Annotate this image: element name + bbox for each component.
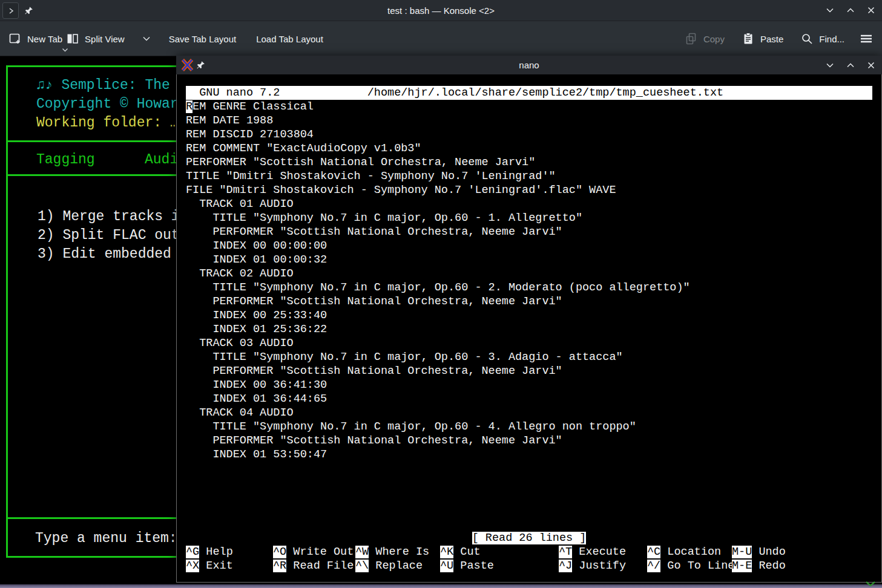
chevron-up-icon [844, 59, 857, 71]
paste-label: Paste [760, 34, 783, 44]
copy-label: Copy [703, 34, 725, 44]
paste-icon [742, 32, 755, 45]
semplice-title-line: ♫♪ Semplice: The [36, 76, 170, 95]
window-title: test : bash — Konsole <2> [0, 0, 882, 21]
nano-shortcut: ^J Justify [559, 559, 626, 573]
close-icon [865, 59, 877, 71]
hamburger-icon [859, 32, 874, 45]
nano-titlebar[interactable]: nano [176, 56, 882, 74]
nano-shortcut: ^K Cut [440, 545, 481, 559]
semplice-working-folder-line: Working folder: … [36, 114, 179, 132]
minimize-button[interactable] [824, 4, 836, 16]
copy-icon [685, 32, 698, 45]
nano-buffer[interactable]: REM GENRE Classical REM DATE 1988 REM DI… [186, 100, 690, 462]
find-label: Find... [819, 34, 844, 44]
konsole-toolbar: New Tab Split View Save Tab Layout Load … [0, 21, 882, 56]
chevron-up-icon [844, 4, 857, 16]
find-button[interactable]: Find... [800, 32, 844, 45]
nano-shortcut: ^C Location [647, 545, 721, 559]
save-tab-layout-label: Save Tab Layout [169, 34, 236, 44]
close-button[interactable] [865, 4, 877, 16]
semplice-menu-item[interactable]: 2) Split FLAC out [38, 226, 180, 245]
close-icon [865, 4, 877, 16]
chevron-down-icon [62, 48, 68, 53]
nano-shortcut: ^O Write Out [273, 545, 354, 559]
panel-chevron-icon [864, 581, 877, 587]
nano-shortcut: M-U Undo [732, 545, 786, 559]
maximize-button[interactable] [844, 59, 857, 71]
nano-shortcut: ^X Exit [186, 559, 233, 573]
nano-shortcut: ^G Help [186, 545, 233, 559]
search-icon [800, 32, 814, 45]
menu-button[interactable] [859, 32, 874, 45]
split-view-button[interactable]: Split View [66, 32, 151, 45]
minimize-button[interactable] [824, 59, 836, 71]
maximize-button[interactable] [844, 4, 857, 16]
load-tab-layout-label: Load Tab Layout [256, 34, 323, 44]
nano-shortcut: ^U Paste [440, 559, 494, 573]
chevron-down-icon [824, 59, 836, 71]
screen: test : bash — Konsole <2> New Tab [0, 0, 882, 588]
nano-window-title: nano [176, 56, 882, 74]
paste-button[interactable]: Paste [742, 32, 783, 45]
bottom-panel-strip [0, 584, 882, 588]
nano-status-message: [ Read 26 lines ] [472, 532, 587, 544]
nano-window: nano GNU nano 7.2 /home/hjr/.local/share… [176, 56, 882, 583]
new-tab-icon [8, 32, 22, 45]
semplice-copyright-line: Copyright © Howar [36, 95, 179, 114]
nano-shortcut: ^/ Go To Line [647, 559, 734, 573]
copy-button[interactable]: Copy [685, 32, 725, 45]
nano-terminal[interactable]: GNU nano 7.2 /home/hjr/.local/share/semp… [176, 74, 882, 583]
semplice-tab-audio[interactable]: Audi [145, 151, 178, 169]
chevron-down-icon [824, 4, 836, 16]
nano-shortcut: ^R Read File [273, 559, 354, 573]
nano-header-bar: GNU nano 7.2 /home/hjr/.local/share/semp… [186, 86, 872, 100]
nano-shortcut: ^W Where Is [355, 545, 429, 559]
nano-shortcut: ^T Execute [559, 545, 626, 559]
new-tab-label: New Tab [27, 34, 62, 44]
load-tab-layout-button[interactable]: Load Tab Layout [256, 34, 323, 44]
semplice-prompt[interactable]: Type a menu item: [35, 529, 177, 548]
chevron-down-icon [142, 36, 151, 42]
nano-status: [ Read 26 lines ] [177, 531, 881, 545]
text-cursor: R [186, 100, 193, 113]
split-view-icon [66, 32, 79, 45]
semplice-tab-tagging[interactable]: Tagging [36, 151, 95, 169]
semplice-menu-item[interactable]: 1) Merge tracks i [38, 207, 180, 226]
save-tab-layout-button[interactable]: Save Tab Layout [169, 34, 236, 44]
semplice-menu-item[interactable]: 3) Edit embedded [38, 245, 171, 264]
close-button[interactable] [865, 59, 877, 71]
split-view-label: Split View [85, 34, 125, 44]
new-tab-button[interactable]: New Tab [8, 32, 62, 45]
konsole-titlebar[interactable]: test : bash — Konsole <2> [0, 0, 882, 21]
nano-shortcut: M-E Redo [732, 559, 786, 573]
nano-shortcut: ^\ Replace [355, 559, 423, 573]
